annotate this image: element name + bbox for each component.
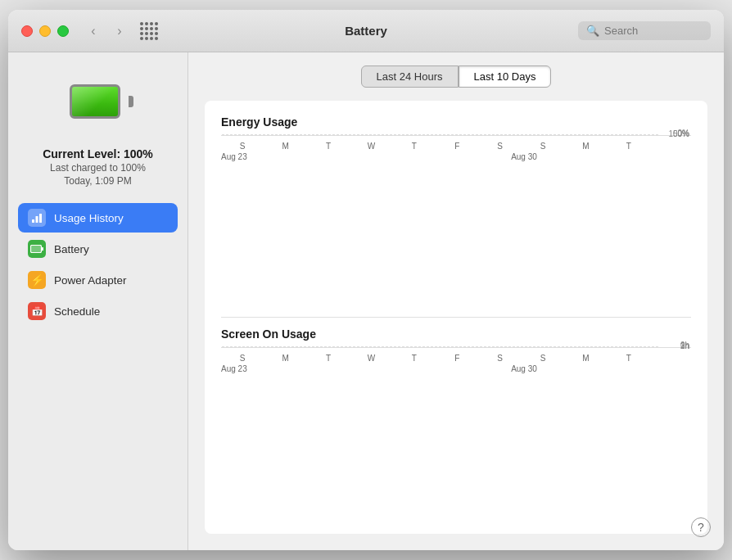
power-adapter-label: Power Adapter: [54, 274, 127, 287]
battery-charged: Last charged to 100%: [43, 162, 153, 174]
energy-xaxis: SMTWTFSSMT: [221, 136, 658, 152]
help-button[interactable]: ?: [691, 517, 711, 537]
x-date-label: Aug 30: [511, 152, 537, 161]
x-day-label: M: [264, 138, 306, 152]
x-day-label: F: [436, 138, 478, 152]
x-day-label: S: [522, 138, 564, 152]
battery-nav-label: Battery: [54, 243, 89, 255]
screen-chart-section: Screen On Usage 3h 2h: [221, 327, 691, 519]
svg-rect-4: [42, 247, 43, 251]
x-day-label: S: [522, 350, 564, 364]
x-day-label: W: [350, 350, 392, 364]
x-day-label: T: [608, 138, 650, 152]
x-day-label: S: [478, 138, 521, 152]
titlebar: ‹ › Battery 🔍: [8, 10, 724, 52]
x-day-label: T: [393, 350, 436, 364]
chart-divider: [221, 317, 691, 318]
x-day-label: M: [564, 350, 607, 364]
sidebar: Current Level: 100% Last charged to 100%…: [8, 52, 188, 550]
traffic-lights: [21, 25, 69, 37]
screen-label-0h: 0h: [680, 341, 689, 350]
tab-last-24[interactable]: Last 24 Hours: [361, 65, 459, 88]
minimize-button[interactable]: [39, 25, 51, 37]
screen-chart-wrapper: 3h 2h 1h 0h: [221, 347, 691, 519]
x-day-label: S: [221, 350, 264, 364]
x-date-label: Aug 30: [511, 364, 537, 373]
battery-nav-icon: [28, 240, 46, 258]
energy-dates: Aug 23Aug 30: [221, 152, 658, 161]
x-day-label: S: [478, 350, 521, 364]
svg-rect-2: [39, 214, 42, 223]
charts-area: Energy Usage 100% 50%: [205, 101, 707, 534]
power-adapter-icon: ⚡: [28, 271, 46, 289]
battery-time: Today, 1:09 PM: [43, 175, 153, 187]
close-button[interactable]: [21, 25, 33, 37]
content-area: Current Level: 100% Last charged to 100%…: [8, 52, 724, 550]
energy-chart-title: Energy Usage: [221, 115, 691, 129]
screen-chart-title: Screen On Usage: [221, 327, 691, 341]
x-day-label: T: [608, 350, 650, 364]
search-icon: 🔍: [586, 25, 599, 37]
x-day-label: F: [436, 350, 478, 364]
sidebar-item-power-adapter[interactable]: ⚡ Power Adapter: [18, 265, 178, 295]
forward-button[interactable]: ›: [108, 22, 131, 40]
x-day-label: T: [393, 138, 436, 152]
battery-info: Current Level: 100% Last charged to 100%…: [43, 147, 153, 187]
sidebar-item-usage-history[interactable]: Usage History: [18, 203, 178, 233]
svg-rect-3: [31, 246, 42, 253]
battery-tip: [129, 96, 133, 107]
energy-chart-section: Energy Usage 100% 50%: [221, 115, 691, 307]
screen-grid-bot: 0h: [222, 346, 658, 347]
battery-icon-container: [66, 69, 131, 134]
usage-history-label: Usage History: [54, 212, 124, 224]
nav-buttons: ‹ ›: [82, 22, 131, 40]
x-day-label: S: [221, 138, 264, 152]
search-input[interactable]: [604, 25, 703, 37]
energy-chart-wrapper: 100% 50% 0%: [221, 135, 691, 307]
energy-label-0: 0%: [678, 129, 689, 138]
svg-rect-0: [32, 219, 34, 223]
tab-bar: Last 24 Hours Last 10 Days: [205, 65, 707, 88]
main-content: Last 24 Hours Last 10 Days Energy Usage …: [188, 52, 724, 550]
maximize-button[interactable]: [57, 25, 69, 37]
screen-dates: Aug 23Aug 30: [221, 364, 658, 373]
search-box[interactable]: 🔍: [578, 21, 711, 40]
grid-line-mid: 50%: [222, 135, 658, 136]
battery-body: [70, 84, 120, 119]
main-window: ‹ › Battery 🔍: [8, 10, 724, 550]
grid-button[interactable]: [138, 22, 160, 40]
battery-visual: [70, 84, 127, 119]
x-date-label: Aug 23: [221, 364, 247, 373]
x-day-label: T: [307, 138, 350, 152]
usage-history-icon: [28, 209, 46, 227]
x-day-label: W: [350, 138, 392, 152]
screen-chart: 3h 2h 1h 0h: [221, 347, 691, 348]
x-day-label: T: [307, 350, 350, 364]
svg-rect-1: [36, 216, 38, 223]
screen-grid-1h: 1h: [222, 347, 658, 348]
grid-line-bot: 0%: [222, 134, 658, 135]
sidebar-nav: Usage History Battery ⚡ Power Ad: [8, 203, 188, 326]
x-date-label: Aug 23: [221, 152, 247, 161]
window-title: Battery: [345, 24, 387, 38]
sidebar-item-battery[interactable]: Battery: [18, 234, 178, 264]
screen-xaxis: SMTWTFSSMT: [221, 348, 658, 364]
energy-chart: 100% 50% 0%: [221, 135, 691, 136]
schedule-label: Schedule: [54, 305, 100, 318]
sidebar-item-schedule[interactable]: 📅 Schedule: [18, 296, 178, 326]
x-day-label: M: [564, 138, 607, 152]
tab-last-10[interactable]: Last 10 Days: [459, 65, 552, 88]
x-day-label: M: [264, 350, 306, 364]
back-button[interactable]: ‹: [82, 22, 105, 40]
battery-level: Current Level: 100%: [43, 147, 153, 160]
schedule-icon: 📅: [28, 302, 46, 320]
